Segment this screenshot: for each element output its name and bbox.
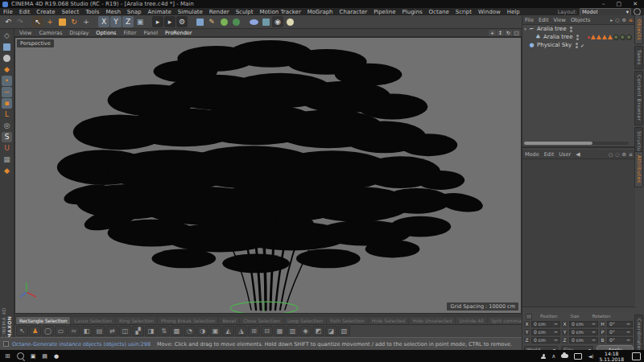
om-arrow-icon[interactable]: ▸ bbox=[610, 17, 613, 23]
light-icon[interactable] bbox=[284, 16, 295, 27]
network-icon[interactable] bbox=[574, 353, 582, 360]
menu-item[interactable]: Mesh bbox=[105, 9, 120, 15]
rotation-field[interactable]: 0°◂▸ bbox=[607, 321, 633, 327]
palette-tool-icon[interactable]: ⇄ bbox=[106, 326, 118, 336]
render-view-icon[interactable]: ▸ bbox=[152, 16, 163, 27]
menu-item[interactable]: Simulate bbox=[178, 9, 203, 15]
palette-tool-icon[interactable]: ◯ bbox=[42, 326, 54, 336]
viewport-menu-item[interactable]: ProRender bbox=[165, 30, 192, 36]
object-row[interactable]: ● Physical Sky ✓ bbox=[522, 41, 635, 49]
mat-tag[interactable] bbox=[613, 35, 619, 40]
panel-menu-item[interactable]: Edit bbox=[539, 17, 549, 23]
tri-tag[interactable] bbox=[608, 35, 613, 39]
menu-item[interactable]: Render bbox=[209, 9, 229, 15]
panel-tab[interactable]: Takes bbox=[634, 46, 643, 69]
live-selection-icon[interactable]: ↖ bbox=[32, 16, 43, 27]
lock-z-axis-icon[interactable]: Z bbox=[122, 16, 134, 27]
close-button[interactable]: ✕ bbox=[633, 1, 638, 7]
position-field[interactable]: 0 cm◂▸ bbox=[531, 321, 560, 327]
palette-tool-icon[interactable]: ⊞ bbox=[248, 326, 260, 336]
am-menu-icon[interactable]: ≡ bbox=[629, 151, 633, 157]
tool-palette-tab[interactable]: Path Selection bbox=[327, 317, 368, 324]
panel-menu-item[interactable]: View bbox=[553, 17, 565, 23]
palette-tool-icon[interactable]: ▥ bbox=[287, 326, 299, 336]
palette-tool-icon[interactable]: ▦ bbox=[274, 326, 286, 336]
panel-tab[interactable]: Objects bbox=[634, 15, 643, 44]
undo-icon[interactable]: ↶ bbox=[2, 16, 14, 27]
move-tool-icon[interactable]: + bbox=[44, 16, 56, 27]
menu-item[interactable]: Tools bbox=[85, 9, 99, 15]
palette-tool-icon[interactable]: ◭ bbox=[222, 326, 234, 336]
taskbar-clock[interactable]: 14:18 5.11.2018 bbox=[599, 351, 624, 362]
visibility-dots[interactable] bbox=[576, 35, 579, 40]
palette-tool-icon[interactable]: ▧ bbox=[338, 326, 350, 336]
menu-item[interactable]: Select bbox=[62, 9, 80, 15]
tool-palette-tab[interactable]: Unhide All bbox=[456, 317, 487, 324]
palette-tool-icon[interactable]: ◪ bbox=[325, 326, 337, 336]
menu-item[interactable]: Help bbox=[507, 9, 520, 15]
dot-red-tag[interactable] bbox=[588, 36, 590, 39]
lock-y-axis-icon[interactable]: Y bbox=[110, 16, 122, 27]
panel-menu-item[interactable]: User bbox=[559, 151, 571, 158]
tool-palette-tab[interactable]: Close Selection bbox=[240, 317, 283, 324]
size-field[interactable]: 0 cm◂▸ bbox=[569, 329, 598, 335]
render-settings-icon[interactable]: ⚙ bbox=[176, 16, 188, 27]
rotation-field[interactable]: 0°◂▸ bbox=[607, 337, 633, 343]
palette-tool-icon[interactable]: ▞ bbox=[132, 326, 144, 336]
am-gear-icon[interactable]: ⚙ bbox=[622, 151, 626, 157]
viewport-menu-item[interactable]: Options bbox=[96, 30, 116, 36]
palette-tool-icon[interactable]: ◩ bbox=[312, 326, 324, 336]
rotation-field[interactable]: 0°◂▸ bbox=[607, 329, 633, 335]
points-mode-icon[interactable]: • bbox=[2, 76, 12, 86]
menu-item[interactable]: Snap bbox=[127, 9, 142, 15]
palette-tool-icon[interactable]: ◔ bbox=[184, 326, 196, 336]
mat-tag[interactable] bbox=[626, 35, 632, 40]
palette-tool-icon[interactable]: ▭ bbox=[55, 326, 67, 336]
object-label[interactable]: Aralia tree bbox=[543, 34, 572, 40]
lock-icon[interactable] bbox=[526, 314, 532, 319]
visibility-dots[interactable] bbox=[570, 27, 572, 32]
minimize-button[interactable]: – bbox=[602, 1, 605, 7]
om-search-icon[interactable]: ○ bbox=[615, 17, 619, 23]
panel-tab[interactable]: Attributes bbox=[634, 151, 643, 187]
layout-select[interactable]: Model ▾ bbox=[580, 8, 631, 16]
tool-palette-tab[interactable]: Loop Selection bbox=[284, 317, 326, 324]
tool-palette-tab[interactable]: Ring Selection bbox=[116, 317, 157, 324]
make-editable-icon[interactable]: ◇ bbox=[2, 31, 12, 41]
palette-select-icon[interactable]: ↖ bbox=[16, 326, 28, 336]
menu-item[interactable]: File bbox=[3, 9, 13, 15]
tool-palette-tab[interactable]: Lasso Selection bbox=[71, 317, 115, 324]
coordinate-column-header[interactable]: Position bbox=[540, 314, 557, 319]
onedrive-icon[interactable] bbox=[561, 354, 568, 358]
menu-item[interactable]: Animate bbox=[147, 9, 171, 15]
panel-menu-item[interactable]: File bbox=[525, 17, 534, 23]
coordinate-column-header[interactable]: Rotation bbox=[592, 314, 611, 319]
tri-tag[interactable] bbox=[591, 35, 596, 39]
menu-item[interactable]: Pipeline bbox=[374, 9, 395, 15]
horizontal-scrollbar[interactable] bbox=[524, 142, 629, 145]
viewport-menu-item[interactable]: Cameras bbox=[39, 30, 62, 36]
volume-icon[interactable]: ◄) bbox=[588, 353, 593, 359]
am-lock-icon[interactable]: ◌ bbox=[615, 151, 619, 157]
viewport-solo-icon[interactable]: ◎ bbox=[2, 121, 12, 131]
tool-palette-tab[interactable]: Hide Selected bbox=[369, 317, 409, 324]
palette-tool-icon[interactable]: ≈ bbox=[68, 326, 80, 336]
snap-icon[interactable]: S bbox=[2, 132, 12, 142]
cinema4d-app-icon[interactable]: ● bbox=[54, 353, 59, 360]
camera-icon[interactable]: ◉ bbox=[272, 16, 283, 27]
last-tool-icon[interactable]: + bbox=[80, 16, 92, 27]
viewport-menu-item[interactable]: Display bbox=[69, 30, 89, 36]
rotate-view-icon[interactable]: ↻ bbox=[505, 30, 512, 36]
tool-palette-tab[interactable]: Hide Unselected bbox=[409, 317, 455, 324]
texture-mode-icon[interactable] bbox=[2, 53, 12, 64]
palette-figure-icon[interactable]: ♟ bbox=[29, 326, 41, 336]
tool-palette-tab[interactable]: Rectangle Selection bbox=[16, 317, 70, 324]
status-checkbox[interactable] bbox=[3, 341, 9, 347]
scale-tool-icon[interactable] bbox=[56, 16, 68, 27]
object-label[interactable]: Aralia tree bbox=[537, 26, 566, 32]
tool-palette-tab[interactable]: Phong Break Selection bbox=[158, 317, 218, 324]
deformers-icon[interactable] bbox=[248, 16, 259, 27]
menu-item[interactable]: Plugins bbox=[402, 9, 423, 15]
om-menu-icon[interactable]: ≡ bbox=[629, 17, 633, 23]
palette-tool-icon[interactable]: ▤ bbox=[93, 326, 105, 336]
